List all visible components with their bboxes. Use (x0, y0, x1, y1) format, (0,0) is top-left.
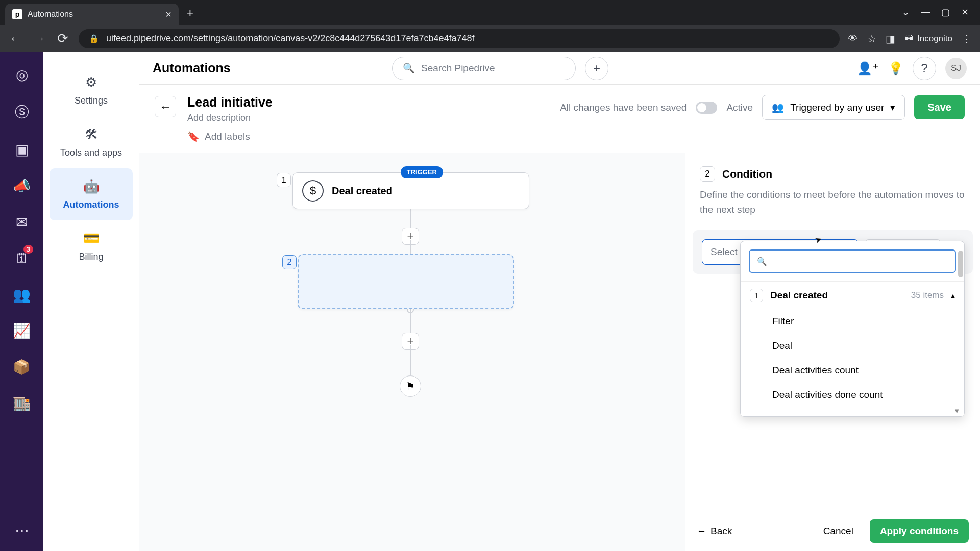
rail-contacts-icon[interactable]: 👥 (13, 286, 31, 303)
sidebar-item-automations[interactable]: 🤖 Automations (50, 168, 133, 220)
scrollbar[interactable] (958, 251, 963, 277)
users-icon: 👥 (772, 102, 784, 113)
extensions-icon[interactable]: ◨ (886, 33, 895, 45)
trigger-node[interactable]: 1 TRIGGER $ Deal created (292, 172, 529, 209)
step-number: 2 (282, 255, 297, 269)
kebab-menu-icon[interactable]: ⋮ (962, 33, 972, 45)
rail-products-icon[interactable]: 📦 (13, 359, 31, 375)
automation-canvas[interactable]: + + ⚑ 1 TRIGGER $ Deal created 2 (139, 153, 685, 551)
new-tab-button[interactable]: + (179, 7, 202, 20)
automation-title[interactable]: Lead initiative (187, 95, 549, 110)
sidebar-item-billing[interactable]: 💳 Billing (43, 220, 139, 272)
gear-icon: ⚙ (85, 74, 97, 90)
eye-off-icon[interactable]: 👁 (848, 33, 858, 44)
minimize-icon[interactable]: ― (921, 7, 930, 18)
question-icon: ? (921, 61, 927, 76)
chevron-up-icon: ▴ (951, 291, 955, 300)
step-number: 1 (277, 173, 291, 187)
search-placeholder: Search Pipedrive (421, 63, 495, 74)
rail-more-icon[interactable]: ⋯ (15, 522, 29, 539)
arrow-left-icon: ← (697, 525, 706, 537)
dropdown-group-header[interactable]: 1 Deal created 35 items ▴ (741, 281, 964, 309)
robot-icon: 🤖 (83, 179, 100, 194)
add-description-link[interactable]: Add description (187, 113, 549, 123)
lightbulb-icon[interactable]: 💡 (888, 61, 903, 76)
rail-insights-icon[interactable]: 📈 (13, 322, 31, 339)
dropdown-item[interactable]: Deal activities done count (741, 383, 964, 407)
star-icon[interactable]: ☆ (867, 33, 876, 45)
incognito-badge: 🕶 Incognito (904, 34, 952, 44)
search-icon: 🔍 (403, 62, 415, 74)
chevron-down-icon[interactable]: ⌄ (902, 7, 910, 18)
help-button[interactable]: ? (913, 57, 936, 80)
search-icon: 🔍 (757, 257, 767, 266)
incognito-icon: 🕶 (904, 34, 913, 44)
app-topbar: Automations 🔍 Search Pipedrive + 👤⁺ 💡 ? … (139, 52, 980, 85)
trigger-dropdown[interactable]: 👥 Triggered by any user ▾ (762, 95, 905, 120)
connector-line (410, 209, 411, 230)
reload-icon[interactable]: ⟳ (55, 31, 70, 46)
save-button[interactable]: Save (914, 95, 965, 119)
settings-sidebar: ⚙ Settings 🛠 Tools and apps 🤖 Automation… (43, 52, 139, 551)
dollar-icon: $ (302, 180, 324, 202)
panel-footer: ← Back Cancel Apply conditions (685, 511, 980, 551)
browser-tab[interactable]: p Automations × (5, 4, 179, 25)
rail-marketplace-icon[interactable]: 🏬 (13, 395, 31, 412)
automation-header: ← Lead initiative Add description 🔖 Add … (139, 85, 980, 153)
panel-title: Condition (722, 168, 772, 180)
cancel-button[interactable]: Cancel (814, 519, 863, 543)
chevron-down-icon: ▾ (890, 102, 895, 113)
sidebar-item-label: Billing (79, 252, 103, 262)
apply-conditions-button[interactable]: Apply conditions (870, 519, 969, 543)
lock-icon: 🔒 (89, 34, 99, 43)
close-tab-icon[interactable]: × (165, 9, 172, 20)
panel-description: Define the conditions to meet before the… (700, 188, 966, 217)
dropdown-item[interactable]: Filter (741, 309, 964, 334)
dropdown-search-field[interactable] (772, 256, 948, 267)
rail-home-icon[interactable]: ◎ (16, 66, 28, 83)
add-button[interactable]: + (585, 57, 608, 80)
field-dropdown: 🔍 1 Deal created 35 items ▴ Filter Deal … (740, 241, 965, 417)
condition-node-placeholder[interactable]: 2 (298, 254, 514, 309)
browser-tab-strip: p Automations × + ⌄ ― ▢ ✕ (0, 0, 980, 25)
page-title: Automations (153, 61, 383, 76)
saved-status: All changes have been saved (560, 102, 687, 113)
dropdown-item[interactable]: Deal activities count (741, 358, 964, 383)
forward-icon: → (32, 31, 47, 46)
dropdown-item[interactable]: Deal (741, 334, 964, 358)
flag-icon: ⚑ (406, 380, 415, 392)
back-button[interactable]: ← (155, 96, 176, 117)
window-controls: ⌄ ― ▢ ✕ (902, 7, 980, 25)
rail-projects-icon[interactable]: ▣ (15, 141, 29, 158)
avatar[interactable]: SJ (945, 58, 967, 79)
search-input[interactable]: 🔍 Search Pipedrive (392, 57, 576, 80)
rail-campaigns-icon[interactable]: 📣 (13, 178, 31, 194)
tag-icon: 🔖 (187, 131, 200, 142)
rail-deals-icon[interactable]: ⓢ (15, 103, 29, 122)
url-text: uifeed.pipedrive.com/settings/automation… (106, 33, 475, 44)
invite-user-icon[interactable]: 👤⁺ (857, 61, 879, 76)
rail-activities-icon[interactable]: 🗓3 (15, 250, 29, 267)
active-label: Active (726, 102, 753, 113)
sidebar-item-tools[interactable]: 🛠 Tools and apps (43, 116, 139, 168)
panel-step-number: 2 (700, 166, 715, 182)
tools-icon: 🛠 (85, 127, 98, 142)
close-window-icon[interactable]: ✕ (961, 7, 969, 18)
scroll-down-arrow[interactable]: ▼ (741, 407, 964, 416)
url-input[interactable]: 🔒 uifeed.pipedrive.com/settings/automati… (79, 29, 840, 48)
card-icon: 💳 (83, 231, 100, 246)
back-link[interactable]: ← Back (697, 525, 732, 537)
back-icon[interactable]: ← (8, 31, 23, 46)
nav-rail: ◎ ⓢ ▣ 📣 ✉ 🗓3 👥 📈 📦 🏬 ⋯ (0, 52, 43, 551)
maximize-icon[interactable]: ▢ (941, 7, 950, 18)
plus-icon: + (593, 61, 600, 76)
trigger-badge: TRIGGER (401, 166, 443, 178)
rail-badge: 3 (23, 245, 33, 254)
condition-panel: 2 Condition Define the conditions to mee… (685, 153, 980, 551)
add-labels-link[interactable]: 🔖 Add labels (187, 131, 549, 142)
sidebar-item-settings[interactable]: ⚙ Settings (43, 64, 139, 116)
rail-mail-icon[interactable]: ✉ (16, 214, 28, 231)
active-toggle[interactable] (696, 102, 717, 114)
dropdown-search-input[interactable]: 🔍 (749, 249, 956, 273)
end-node: ⚑ (400, 375, 421, 397)
